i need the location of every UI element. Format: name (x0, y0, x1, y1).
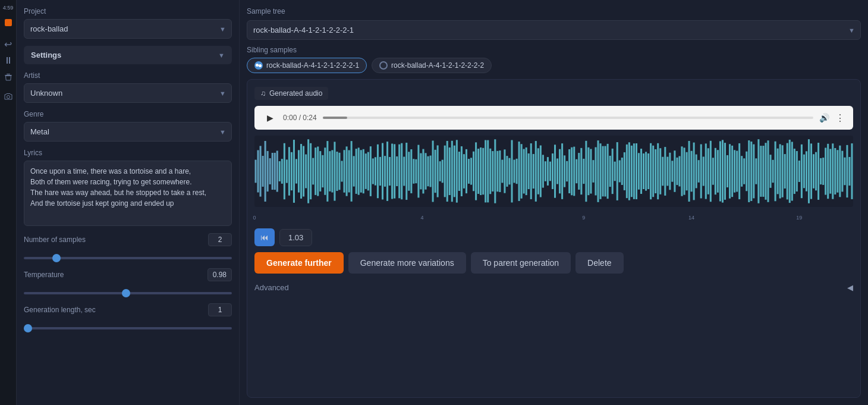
svg-rect-78 (435, 150, 436, 193)
svg-rect-201 (729, 144, 731, 198)
svg-rect-228 (794, 149, 795, 194)
svg-rect-29 (317, 146, 319, 196)
project-select[interactable]: rock-ballad (24, 19, 232, 39)
svg-rect-73 (422, 149, 424, 194)
waveform-svg (254, 136, 853, 207)
svg-rect-114 (521, 144, 523, 199)
svg-rect-123 (542, 155, 544, 187)
svg-rect-51 (370, 146, 372, 196)
volume-icon[interactable]: 🔊 (819, 113, 829, 123)
gen-length-slider[interactable] (24, 327, 232, 329)
svg-rect-130 (559, 149, 561, 194)
svg-rect-172 (659, 148, 661, 194)
svg-rect-234 (808, 139, 810, 203)
delete-button[interactable]: Delete (575, 252, 623, 274)
svg-rect-100 (487, 140, 489, 203)
svg-rect-116 (526, 147, 527, 195)
svg-rect-156 (621, 158, 623, 185)
svg-rect-221 (777, 149, 779, 194)
svg-rect-95 (475, 142, 477, 200)
svg-rect-80 (439, 161, 441, 181)
genre-select[interactable]: Metal Rock Pop Jazz (24, 122, 232, 142)
svg-rect-208 (746, 152, 747, 191)
svg-rect-202 (731, 146, 733, 197)
sibling-item-2[interactable]: rock-ballad-A-4-1-2-1-2-2-2-2 (372, 58, 492, 73)
svg-rect-89 (461, 146, 463, 196)
svg-rect-43 (351, 141, 353, 202)
svg-rect-128 (554, 145, 556, 197)
progress-bar[interactable] (323, 117, 813, 119)
svg-rect-220 (775, 142, 776, 202)
audio-section: ♫ Generated audio ▶ 0:00 / 0:24 🔊 ⋮ 0 4 (247, 79, 861, 398)
trash-icon[interactable] (1, 70, 15, 84)
svg-rect-232 (803, 155, 805, 189)
svg-rect-166 (645, 152, 647, 190)
sibling-samples-list: rock-ballad-A-4-1-2-1-2-2-2-1 rock-balla… (247, 58, 861, 73)
svg-rect-41 (346, 146, 348, 196)
svg-rect-111 (514, 160, 515, 183)
svg-rect-174 (664, 147, 666, 196)
playback-icon-button[interactable]: ⏮ (254, 228, 275, 246)
sample-tree-select[interactable]: rock-ballad-A-4-1-2-1-2-2-2-1 (247, 20, 861, 40)
svg-rect-91 (466, 149, 467, 193)
sample-tree-label: Sample tree (247, 7, 861, 15)
svg-rect-26 (310, 143, 312, 199)
svg-rect-206 (741, 156, 743, 187)
svg-rect-168 (650, 143, 652, 199)
svg-rect-46 (358, 147, 360, 194)
lyrics-textarea[interactable]: Once upon a time, there was a tortoise a… (24, 161, 232, 226)
undo-icon[interactable]: ↩ (1, 37, 15, 51)
svg-rect-61 (394, 144, 395, 198)
svg-rect-151 (609, 156, 611, 187)
svg-rect-94 (473, 152, 474, 191)
num-samples-slider[interactable] (24, 257, 232, 259)
temperature-group: Temperature 0.98 (24, 268, 232, 296)
sibling-label: Sibling samples (247, 46, 861, 54)
svg-rect-85 (451, 141, 453, 202)
svg-rect-53 (375, 157, 376, 185)
svg-rect-140 (583, 159, 584, 184)
to-parent-button[interactable]: To parent generation (471, 252, 571, 274)
controls-row: ⏮ 1.03 (254, 228, 853, 246)
svg-rect-109 (508, 158, 510, 185)
svg-rect-191 (705, 143, 707, 199)
svg-rect-184 (688, 141, 690, 202)
camera-icon[interactable] (1, 89, 15, 103)
sidebar-icons: 4:59 ↩ ⏸ (0, 0, 17, 405)
svg-rect-169 (652, 146, 654, 197)
svg-rect-25 (307, 139, 309, 203)
temperature-slider[interactable] (24, 292, 232, 294)
svg-rect-86 (454, 146, 455, 197)
svg-rect-211 (753, 145, 754, 199)
sibling-item-1[interactable]: rock-ballad-A-4-1-2-1-2-2-2-1 (247, 58, 367, 73)
sample-tree-section: Sample tree rock-ballad-A-4-1-2-1-2-2-2-… (247, 7, 861, 40)
num-samples-group: Number of samples 2 (24, 233, 232, 261)
svg-rect-205 (738, 143, 740, 199)
svg-rect-160 (631, 146, 633, 197)
play-button[interactable]: ▶ (263, 111, 277, 125)
pause-icon[interactable]: ⏸ (1, 54, 15, 68)
svg-rect-13 (279, 161, 281, 181)
svg-rect-187 (696, 155, 697, 189)
svg-rect-146 (597, 140, 599, 202)
more-options-icon[interactable]: ⋮ (835, 112, 845, 124)
main-content: Sample tree rock-ballad-A-4-1-2-1-2-2-2-… (240, 0, 868, 405)
artist-select[interactable]: Unknown (24, 83, 232, 103)
svg-rect-6 (262, 156, 264, 187)
audio-player: ▶ 0:00 / 0:24 🔊 ⋮ (254, 106, 853, 130)
svg-rect-181 (681, 146, 683, 196)
svg-rect-209 (748, 140, 750, 202)
settings-header[interactable]: Settings ▼ (24, 46, 232, 64)
svg-rect-141 (585, 141, 587, 202)
generate-variations-button[interactable]: Generate more variations (348, 252, 466, 274)
svg-rect-69 (413, 159, 414, 184)
svg-rect-88 (458, 152, 460, 191)
svg-rect-103 (494, 139, 496, 203)
svg-rect-215 (762, 146, 764, 197)
advanced-row[interactable]: Advanced ◀ (254, 280, 853, 296)
audio-tab[interactable]: ♫ Generated audio (254, 87, 328, 100)
svg-rect-49 (365, 153, 367, 189)
svg-rect-149 (605, 146, 606, 197)
generate-further-button[interactable]: Generate further (254, 252, 344, 274)
svg-rect-175 (666, 157, 668, 186)
